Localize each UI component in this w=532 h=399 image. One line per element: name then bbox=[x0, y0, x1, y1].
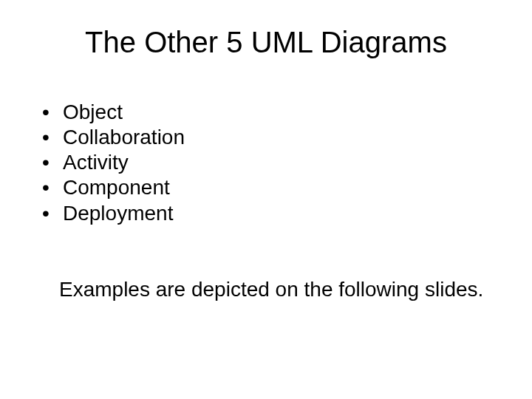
bullet-text: Component bbox=[63, 175, 495, 200]
bullet-text: Activity bbox=[63, 150, 495, 175]
bullet-text: Collaboration bbox=[63, 125, 495, 150]
list-item: • Object bbox=[41, 100, 495, 125]
bullet-icon: • bbox=[41, 175, 63, 200]
bullet-list: • Object • Collaboration • Activity • Co… bbox=[37, 100, 495, 226]
list-item: • Collaboration bbox=[41, 125, 495, 150]
footer-text: Examples are depicted on the following s… bbox=[37, 278, 495, 301]
list-item: • Deployment bbox=[41, 201, 495, 226]
slide-title: The Other 5 UML Diagrams bbox=[37, 26, 495, 59]
bullet-icon: • bbox=[41, 100, 63, 125]
list-item: • Component bbox=[41, 175, 495, 200]
bullet-icon: • bbox=[41, 150, 63, 175]
slide-container: The Other 5 UML Diagrams • Object • Coll… bbox=[0, 0, 532, 399]
bullet-icon: • bbox=[41, 201, 63, 226]
bullet-icon: • bbox=[41, 125, 63, 150]
bullet-text: Deployment bbox=[63, 201, 495, 226]
list-item: • Activity bbox=[41, 150, 495, 175]
bullet-text: Object bbox=[63, 100, 495, 125]
